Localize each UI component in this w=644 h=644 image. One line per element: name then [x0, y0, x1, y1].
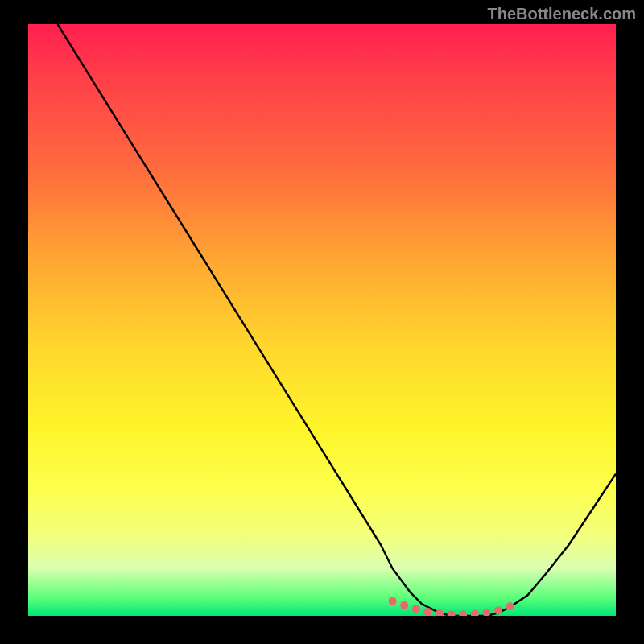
highlight-dots	[389, 597, 514, 616]
plot-area	[28, 24, 616, 616]
highlight-dot	[412, 605, 420, 613]
highlight-dot	[448, 611, 456, 617]
highlight-dot	[400, 601, 408, 609]
highlight-dot	[389, 597, 397, 605]
highlight-dot	[506, 602, 514, 610]
highlight-dot	[423, 608, 431, 616]
highlight-dot	[459, 611, 467, 617]
bottleneck-curve	[58, 24, 617, 616]
watermark-text: TheBottleneck.com	[488, 5, 636, 23]
highlight-dot	[494, 606, 502, 614]
highlight-dot	[482, 609, 490, 616]
curve-svg	[28, 24, 616, 616]
highlight-dot	[471, 610, 479, 616]
chart-container: TheBottleneck.com	[0, 0, 644, 644]
